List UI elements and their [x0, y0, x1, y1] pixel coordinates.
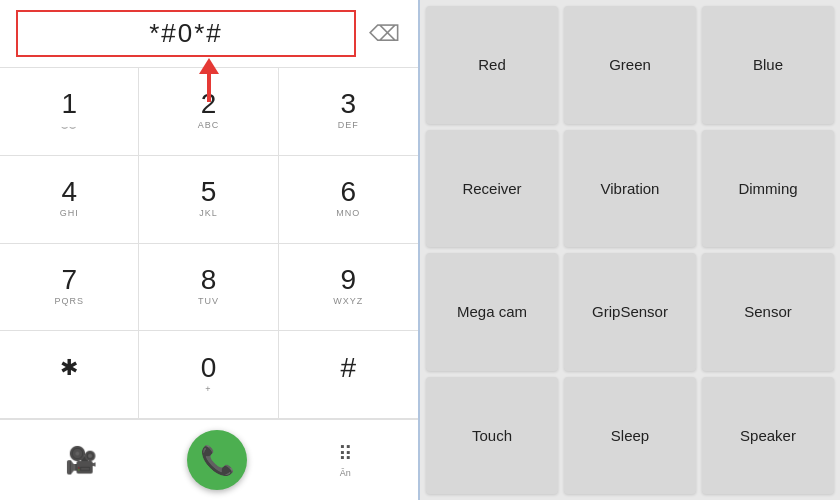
dialer-actions: 🎥 📞 ⠿ Ân: [0, 419, 418, 500]
key-9[interactable]: 9 WXYZ: [279, 244, 418, 332]
dialer-input[interactable]: *#0*#: [16, 10, 356, 57]
delete-button[interactable]: ⌫: [366, 16, 402, 52]
video-call-button[interactable]: 🎥: [65, 445, 97, 476]
key-3[interactable]: 3 DEF: [279, 68, 418, 156]
video-icon: 🎥: [65, 445, 97, 476]
test-speaker-button[interactable]: Speaker: [702, 377, 834, 495]
keypad-label: Ân: [340, 468, 351, 478]
key-star[interactable]: ✱: [0, 331, 139, 419]
test-red-button[interactable]: Red: [426, 6, 558, 124]
test-blue-button[interactable]: Blue: [702, 6, 834, 124]
keypad-button[interactable]: ⠿ Ân: [338, 442, 353, 478]
arrow-line: [207, 74, 211, 102]
key-0[interactable]: 0 +: [139, 331, 278, 419]
key-4[interactable]: 4 GHI: [0, 156, 139, 244]
key-8[interactable]: 8 TUV: [139, 244, 278, 332]
call-button[interactable]: 📞: [187, 430, 247, 490]
arrow-head: [199, 58, 219, 74]
dialer-display-area: *#0*# ⌫: [0, 0, 418, 68]
keypad-icon: ⠿: [338, 442, 353, 466]
keypad-grid: 1 ⌣⌣ 2 ABC 3 DEF 4 GHI 5 JKL 6 MNO 7 PQR…: [0, 68, 418, 419]
key-6[interactable]: 6 MNO: [279, 156, 418, 244]
test-receiver-button[interactable]: Receiver: [426, 130, 558, 248]
test-touch-button[interactable]: Touch: [426, 377, 558, 495]
test-green-button[interactable]: Green: [564, 6, 696, 124]
test-sensor-button[interactable]: Sensor: [702, 253, 834, 371]
test-menu-panel: Red Green Blue Receiver Vibration Dimmin…: [420, 0, 840, 500]
key-hash[interactable]: #: [279, 331, 418, 419]
test-sleep-button[interactable]: Sleep: [564, 377, 696, 495]
delete-icon: ⌫: [369, 21, 400, 47]
key-1[interactable]: 1 ⌣⌣: [0, 68, 139, 156]
key-7[interactable]: 7 PQRS: [0, 244, 139, 332]
call-icon: 📞: [200, 444, 235, 477]
test-vibration-button[interactable]: Vibration: [564, 130, 696, 248]
test-dimming-button[interactable]: Dimming: [702, 130, 834, 248]
test-gripsensor-button[interactable]: GripSensor: [564, 253, 696, 371]
test-megacam-button[interactable]: Mega cam: [426, 253, 558, 371]
key-5[interactable]: 5 JKL: [139, 156, 278, 244]
dialer-panel: *#0*# ⌫ 1 ⌣⌣ 2 ABC 3 DEF 4 GHI 5: [0, 0, 420, 500]
annotation-arrow: [199, 58, 219, 102]
